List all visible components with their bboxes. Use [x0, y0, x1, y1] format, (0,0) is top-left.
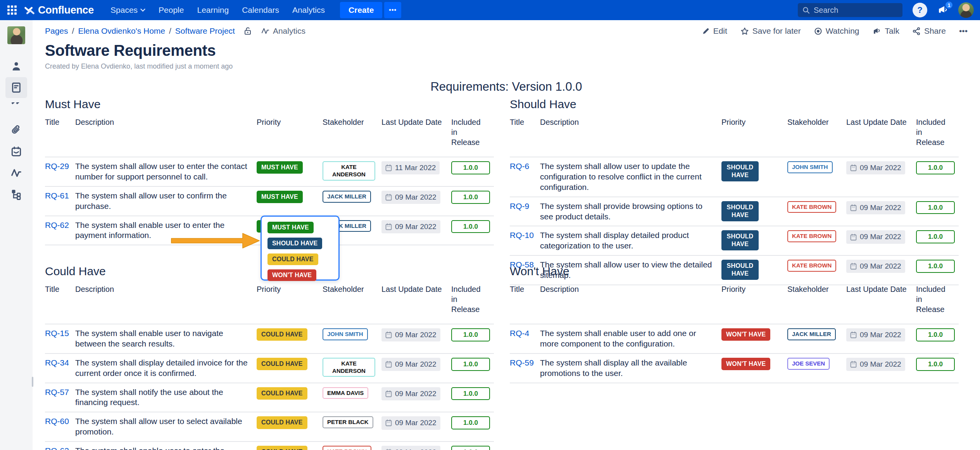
release-badge[interactable]: 1.0.0 [916, 201, 955, 214]
priority-badge[interactable]: WON'T HAVE [721, 328, 770, 341]
breadcrumb-space[interactable]: Software Project [175, 26, 235, 36]
sidebar-item-blog[interactable]: ” [5, 98, 27, 119]
sidebar-item-attachments[interactable] [5, 120, 27, 141]
date-badge[interactable]: 09 Mar 2022 [381, 387, 440, 400]
nav-item-people[interactable]: People [159, 5, 184, 15]
release-badge[interactable]: 1.0.0 [916, 260, 955, 273]
requirement-link[interactable]: RQ-59 [510, 358, 534, 367]
release-badge[interactable]: 1.0.0 [451, 220, 490, 233]
search-input[interactable] [814, 6, 891, 15]
date-badge[interactable]: 09 Mar 2022 [846, 328, 905, 341]
priority-badge[interactable]: MUST HAVE [257, 191, 303, 203]
create-button[interactable]: Create [340, 2, 382, 18]
release-badge[interactable]: 1.0.0 [916, 230, 955, 243]
release-badge[interactable]: 1.0.0 [451, 446, 490, 450]
requirement-link[interactable]: RQ-62 [45, 221, 69, 229]
priority-badge[interactable]: COULD HAVE [257, 446, 307, 450]
search-box[interactable] [798, 3, 902, 17]
user-avatar[interactable] [958, 2, 974, 18]
requirement-link[interactable]: RQ-57 [45, 388, 69, 397]
priority-badge[interactable]: SHOULD HAVE [721, 260, 759, 280]
sidebar-item-analytics[interactable] [5, 162, 27, 183]
priority-badge[interactable]: WON'T HAVE [721, 358, 770, 370]
date-badge[interactable]: 09 Mar 2022 [381, 358, 440, 371]
stakeholder-badge[interactable]: JACK MILLER [787, 328, 836, 340]
date-badge[interactable]: 09 Mar 2022 [846, 161, 905, 174]
requirement-link[interactable]: RQ-61 [45, 191, 69, 200]
date-badge[interactable]: 09 Mar 2022 [381, 416, 440, 429]
stakeholder-badge[interactable]: KATE ANDERSON [323, 161, 375, 181]
requirement-link[interactable]: RQ-6 [510, 162, 529, 171]
dropdown-option-could-have[interactable]: COULD HAVE [267, 253, 318, 265]
stakeholder-badge[interactable]: PETER BLACK [323, 416, 373, 428]
nav-item-calendars[interactable]: Calendars [242, 5, 279, 15]
dropdown-option-wont-have[interactable]: WON'T HAVE [267, 269, 316, 281]
nav-item-analytics[interactable]: Analytics [292, 5, 325, 15]
stakeholder-badge[interactable]: JOHN SMITH [323, 328, 368, 340]
sidebar-item-calendars[interactable] [5, 141, 27, 162]
requirement-link[interactable]: RQ-63 [45, 446, 69, 450]
requirement-link[interactable]: RQ-4 [510, 329, 529, 338]
stakeholder-badge[interactable]: KATE BROWN [787, 230, 836, 242]
stakeholder-badge[interactable]: JACK MILLER [323, 191, 371, 203]
release-badge[interactable]: 1.0.0 [916, 161, 955, 174]
dropdown-option-should-have[interactable]: SHOULD HAVE [267, 238, 322, 249]
release-badge[interactable]: 1.0.0 [451, 416, 490, 429]
page-more-button[interactable]: ••• [959, 26, 968, 36]
unlock-icon[interactable] [243, 26, 252, 36]
watching-button[interactable]: Watching [814, 26, 859, 36]
stakeholder-badge[interactable]: KATE BROWN [323, 446, 371, 450]
requirement-link[interactable]: RQ-10 [510, 231, 534, 240]
priority-badge[interactable]: MUST HAVE [257, 161, 303, 174]
release-badge[interactable]: 1.0.0 [451, 358, 490, 371]
space-avatar[interactable] [7, 26, 25, 44]
save-for-later-button[interactable]: Save for later [740, 26, 801, 36]
breadcrumb-home[interactable]: Elena Ovdienko's Home [78, 26, 165, 36]
date-badge[interactable]: 09 Mar 2022 [381, 328, 440, 341]
sidebar-item-people[interactable] [5, 56, 27, 77]
release-badge[interactable]: 1.0.0 [451, 387, 490, 400]
help-button[interactable]: ? [913, 3, 927, 17]
notifications-button[interactable]: 1 [935, 2, 951, 18]
stakeholder-badge[interactable]: KATE BROWN [787, 201, 836, 213]
nav-item-learning[interactable]: Learning [197, 5, 229, 15]
requirement-link[interactable]: RQ-34 [45, 358, 69, 367]
requirement-link[interactable]: RQ-60 [45, 417, 69, 426]
confluence-logo[interactable]: Confluence [24, 4, 94, 16]
release-badge[interactable]: 1.0.0 [451, 328, 490, 341]
priority-badge[interactable]: SHOULD HAVE [721, 161, 759, 181]
requirement-link[interactable]: RQ-9 [510, 202, 529, 210]
nav-item-spaces[interactable]: Spaces [110, 5, 145, 15]
priority-badge[interactable]: COULD HAVE [257, 358, 307, 370]
breadcrumb-pages[interactable]: Pages [45, 26, 68, 36]
date-badge[interactable]: 09 Mar 2022 [381, 191, 440, 204]
release-badge[interactable]: 1.0.0 [451, 161, 490, 174]
nav-more-button[interactable]: ••• [384, 2, 401, 18]
dropdown-option-must-have[interactable]: MUST HAVE [267, 222, 314, 233]
release-badge[interactable]: 1.0.0 [916, 358, 955, 371]
stakeholder-badge[interactable]: EMMA DAVIS [323, 387, 368, 399]
date-badge[interactable]: 09 Mar 2022 [846, 230, 905, 243]
date-badge[interactable]: 09 Mar 2022 [381, 220, 440, 233]
date-badge[interactable]: 09 Mar 2022 [846, 260, 905, 273]
stakeholder-badge[interactable]: KATE ANDERSON [323, 358, 375, 377]
priority-badge[interactable]: COULD HAVE [257, 416, 307, 429]
talk-button[interactable]: Talk [873, 26, 899, 36]
date-badge[interactable]: 11 Mar 2022 [381, 161, 440, 174]
priority-badge[interactable]: SHOULD HAVE [721, 230, 759, 250]
stakeholder-badge[interactable]: JOE SEVEN [787, 358, 830, 370]
requirement-link[interactable]: RQ-15 [45, 329, 69, 338]
sidebar-item-page-tree[interactable] [5, 184, 27, 205]
app-switcher-icon[interactable] [4, 2, 20, 18]
release-badge[interactable]: 1.0.0 [451, 191, 490, 204]
edit-button[interactable]: Edit [702, 26, 727, 36]
share-button[interactable]: Share [913, 26, 946, 36]
priority-badge[interactable]: COULD HAVE [257, 328, 307, 341]
priority-badge[interactable]: SHOULD HAVE [721, 201, 759, 221]
stakeholder-badge[interactable]: JOHN SMITH [787, 161, 833, 173]
stakeholder-badge[interactable]: KATE BROWN [787, 260, 836, 272]
date-badge[interactable]: 09 Mar 2022 [381, 446, 440, 450]
release-badge[interactable]: 1.0.0 [916, 328, 955, 341]
date-badge[interactable]: 09 Mar 2022 [846, 201, 905, 214]
date-badge[interactable]: 09 Mar 2022 [846, 358, 905, 371]
